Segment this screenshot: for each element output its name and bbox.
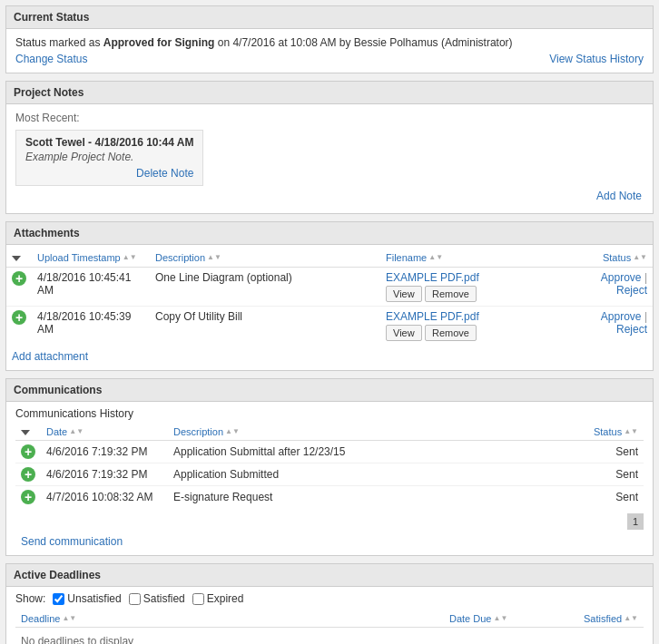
deadline-filter-row: Show: Unsatisfied Satisfied Expired — [15, 592, 644, 605]
reject-link-0[interactable]: Reject — [616, 284, 647, 297]
th-deadline[interactable]: Deadline ▲▼ — [15, 610, 444, 628]
th-filename[interactable]: Filename ▲▼ — [380, 249, 562, 268]
approve-reject-0: Approve | Reject — [567, 271, 647, 297]
th-satisfied[interactable]: Satisfied ▲▼ — [553, 610, 644, 628]
comm-th-status[interactable]: Status ▲▼ — [571, 424, 644, 441]
attach-timestamp-1: 4/18/2016 10:45:39 AM — [32, 307, 150, 346]
comm-icon-col-0: + — [15, 441, 41, 463]
reject-link-1[interactable]: Reject — [616, 323, 647, 336]
comm-history-label: Communications History — [15, 407, 644, 420]
sort-arrows-timestamp: ▲▼ — [123, 254, 137, 261]
comm-description-2: E-signature Request — [168, 486, 571, 509]
communications-title: Communications — [14, 384, 102, 396]
attach-icon-col-1: + — [6, 307, 32, 346]
comm-row-0: + 4/6/2016 7:19:32 PM Application Submit… — [15, 441, 644, 463]
attachments-thead-row: Upload Timestamp ▲▼ Description ▲▼ — [6, 249, 653, 268]
attach-status-0: Approve | Reject — [562, 268, 653, 307]
current-status-header: Current Status — [6, 6, 653, 29]
sort-arrows-satisfied: ▲▼ — [624, 615, 638, 622]
note-card: Scott Tewel - 4/18/2016 10:44 AM Example… — [15, 130, 203, 186]
change-status-link[interactable]: Change Status — [15, 53, 87, 65]
attach-remove-btn-0[interactable]: Remove — [425, 286, 477, 302]
th-icon — [6, 249, 32, 268]
attach-filename-col-0: EXAMPLE PDF.pdf View Remove — [380, 268, 562, 307]
deadline-thead-row: Deadline ▲▼ Date Due ▲▼ — [15, 610, 644, 628]
attach-view-btn-1[interactable]: View — [386, 325, 422, 341]
attach-filename-link-1[interactable]: EXAMPLE PDF.pdf — [386, 310, 479, 323]
attachments-header: Attachments — [6, 222, 653, 245]
comm-expand-icon-2[interactable]: + — [21, 490, 35, 504]
delete-note-link[interactable]: Delete Note — [136, 167, 193, 180]
attach-expand-icon-1[interactable]: + — [12, 310, 26, 325]
sort-arrows-status: ▲▼ — [633, 254, 647, 261]
separator-0: | — [644, 271, 647, 284]
project-notes-body: Most Recent: Scott Tewel - 4/18/2016 10:… — [6, 104, 653, 213]
comm-date-2: 4/7/2016 10:08:32 AM — [41, 486, 168, 509]
th-upload-timestamp[interactable]: Upload Timestamp ▲▼ — [32, 249, 150, 268]
approve-link-1[interactable]: Approve — [601, 310, 642, 323]
comm-expand-icon-0[interactable]: + — [21, 444, 35, 459]
most-recent-label: Most Recent: — [15, 112, 644, 124]
th-date-due[interactable]: Date Due ▲▼ — [444, 610, 553, 628]
filter-expired[interactable]: Expired — [192, 592, 244, 605]
attach-view-btn-0[interactable]: View — [386, 286, 422, 302]
th-status[interactable]: Status ▲▼ — [562, 249, 653, 268]
comm-date-1: 4/6/2016 7:19:32 PM — [41, 463, 168, 486]
status-actions-row: Change Status View Status History — [15, 53, 644, 65]
sort-arrows-filename: ▲▼ — [428, 254, 443, 261]
approve-reject-1: Approve | Reject — [567, 310, 647, 336]
current-status-body: Status marked as Approved for Signing on… — [6, 29, 653, 73]
comm-th-description[interactable]: Description ▲▼ — [168, 424, 571, 441]
sort-arrows-deadline: ▲▼ — [62, 615, 76, 622]
comm-thead-row: Date ▲▼ Description ▲▼ S — [15, 424, 644, 441]
status-text: Status marked as Approved for Signing on… — [15, 36, 644, 49]
current-status-title: Current Status — [14, 11, 89, 24]
project-notes-title: Project Notes — [14, 86, 84, 99]
filter-satisfied[interactable]: Satisfied — [129, 592, 185, 605]
comm-th-date[interactable]: Date ▲▼ — [41, 424, 168, 441]
attach-expand-icon-0[interactable]: + — [12, 271, 26, 286]
attachment-row-1: + 4/18/2016 10:45:39 AM Copy Of Utility … — [6, 307, 653, 346]
comm-row-1: + 4/6/2016 7:19:32 PM Application Submit… — [15, 463, 644, 486]
sort-arrows-comm-status: ▲▼ — [624, 428, 638, 435]
project-notes-header: Project Notes — [6, 82, 653, 104]
note-author: Scott Tewel - 4/18/2016 10:44 AM — [25, 136, 193, 149]
sort-arrows-date-due: ▲▼ — [493, 615, 507, 622]
attach-status-1: Approve | Reject — [562, 307, 653, 346]
filter-satisfied-checkbox[interactable] — [129, 593, 141, 605]
comm-icon-col-2: + — [15, 486, 41, 509]
comm-actions-row: Send communication — [15, 530, 644, 550]
filter-unsatisfied[interactable]: Unsatisfied — [53, 592, 121, 605]
page-wrapper: Current Status Status marked as Approved… — [0, 0, 659, 644]
filter-unsatisfied-checkbox[interactable] — [53, 593, 64, 605]
active-deadlines-body: Show: Unsatisfied Satisfied Expired — [6, 587, 653, 644]
show-label: Show: — [15, 592, 45, 605]
view-status-history-link[interactable]: View Status History — [549, 53, 644, 65]
status-detail: on 4/7/2016 at 10:08 AM by Bessie Polham… — [214, 36, 512, 49]
attach-description-0: One Line Diagram (optional) — [150, 268, 380, 307]
attach-filename-col-1: EXAMPLE PDF.pdf View Remove — [380, 307, 562, 346]
no-deadlines-row: No deadlines to display — [15, 628, 644, 645]
deadline-table: Deadline ▲▼ Date Due ▲▼ — [15, 610, 644, 644]
filter-expired-checkbox[interactable] — [192, 593, 204, 605]
attachments-section: Attachments Upload Timestamp ▲▼ — [5, 221, 654, 371]
chevron-down-icon — [12, 256, 21, 261]
th-description[interactable]: Description ▲▼ — [150, 249, 380, 268]
send-communication-link[interactable]: Send communication — [21, 535, 123, 548]
comm-expand-icon-1[interactable]: + — [21, 467, 35, 482]
comm-description-1: Application Submitted — [168, 463, 571, 486]
communications-body: Communications History Date ▲▼ — [6, 402, 653, 555]
add-note-link[interactable]: Add Note — [596, 190, 642, 202]
separator-1: | — [644, 310, 647, 323]
attach-filename-link-0[interactable]: EXAMPLE PDF.pdf — [386, 271, 479, 284]
approve-link-0[interactable]: Approve — [601, 271, 642, 284]
active-deadlines-header: Active Deadlines — [6, 564, 653, 587]
attach-remove-btn-1[interactable]: Remove — [425, 325, 477, 341]
attach-icon-col-0: + — [6, 268, 32, 307]
add-attachment-row: Add attachment — [6, 345, 653, 365]
communications-table: Date ▲▼ Description ▲▼ S — [15, 424, 644, 508]
status-prefix: Status marked as — [15, 36, 103, 49]
add-attachment-link[interactable]: Add attachment — [12, 350, 88, 363]
project-notes-section: Project Notes Most Recent: Scott Tewel -… — [5, 81, 654, 214]
active-deadlines-section: Active Deadlines Show: Unsatisfied Satis… — [5, 563, 654, 644]
